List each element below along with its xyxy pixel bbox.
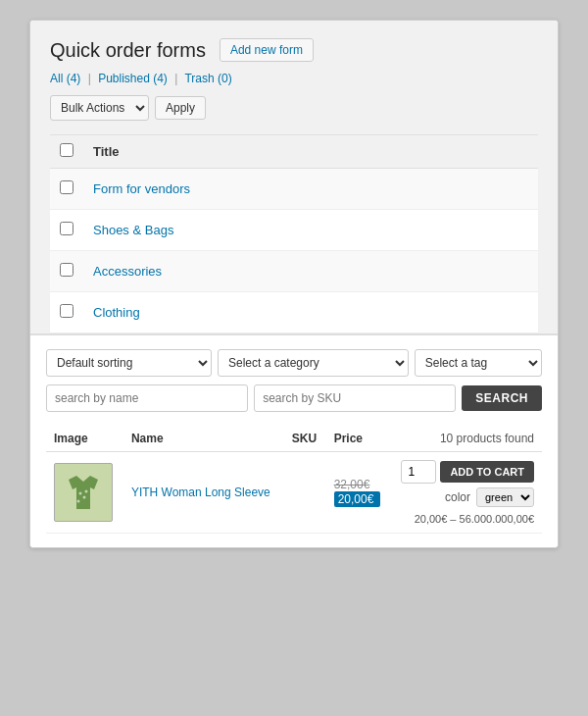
products-table: Image Name SKU Price 10 products found xyxy=(46,426,542,534)
search-row: SEARCH xyxy=(46,384,542,412)
search-sku-input[interactable] xyxy=(254,384,456,412)
svg-point-3 xyxy=(83,496,86,499)
product-name-link[interactable]: YITH Woman Long Sleeve xyxy=(131,486,270,499)
color-row: color greenbluered xyxy=(445,487,534,507)
sorting-select[interactable]: Default sorting xyxy=(46,349,212,377)
product-image-cell xyxy=(46,452,123,534)
search-button[interactable]: SEARCH xyxy=(462,385,542,411)
form-name-link[interactable]: Clothing xyxy=(93,305,140,320)
table-row: Form for vendors xyxy=(50,169,538,210)
add-to-cart-button[interactable]: ADD TO CART xyxy=(440,461,534,483)
row-checkbox[interactable] xyxy=(60,222,74,235)
select-all-checkbox[interactable] xyxy=(60,143,74,157)
row-checkbox[interactable] xyxy=(60,263,74,277)
svg-point-5 xyxy=(85,490,88,493)
filter-all: All (4) xyxy=(50,72,84,85)
price-range: 20,00€ – 56.000.000,00€ xyxy=(415,513,534,525)
main-card: Quick order forms Add new form All (4) |… xyxy=(29,20,559,548)
row-checkbox[interactable] xyxy=(60,304,74,318)
quantity-input[interactable] xyxy=(401,460,436,484)
top-header: Quick order forms Add new form xyxy=(50,38,538,62)
col-image: Image xyxy=(46,426,123,452)
product-price-cell: 32,00€ 20,00€ xyxy=(326,452,388,534)
color-select[interactable]: greenbluered xyxy=(476,487,534,507)
forms-table: Title Form for vendors Shoes & Bags Acce… xyxy=(50,134,538,333)
form-name-link[interactable]: Form for vendors xyxy=(93,181,190,196)
category-select[interactable]: Select a category xyxy=(218,349,409,377)
bulk-bar: Bulk Actions Apply xyxy=(50,95,538,121)
product-row: YITH Woman Long Sleeve 32,00€ 20,00€ ADD… xyxy=(46,452,542,534)
product-image-svg xyxy=(59,468,108,517)
col-name: Name xyxy=(123,426,284,452)
filter-trash-link[interactable]: Trash (0) xyxy=(184,72,231,85)
col-sku: SKU xyxy=(284,426,326,452)
filter-all-link[interactable]: All (4) xyxy=(50,72,80,85)
row-checkbox-cell xyxy=(50,210,83,251)
svg-point-2 xyxy=(79,492,82,495)
tag-select[interactable]: Select a tag xyxy=(415,349,542,377)
color-label: color xyxy=(445,490,470,504)
filter-links: All (4) | Published (4) | Trash (0) xyxy=(50,72,538,85)
table-row: Shoes & Bags xyxy=(50,210,538,251)
table-row: Accessories xyxy=(50,251,538,292)
form-name-link[interactable]: Accessories xyxy=(93,264,162,279)
cart-controls: ADD TO CART color greenbluered 20,00€ – … xyxy=(396,460,534,525)
filter-published: Published (4) xyxy=(98,72,171,85)
form-name-cell: Form for vendors xyxy=(83,169,538,210)
price-old: 32,00€ xyxy=(334,478,380,491)
search-name-input[interactable] xyxy=(46,384,248,412)
form-name-cell: Clothing xyxy=(83,292,538,333)
row-checkbox-cell xyxy=(50,251,83,292)
col-price: Price xyxy=(326,426,388,452)
product-name-cell: YITH Woman Long Sleeve xyxy=(123,452,284,534)
product-sku-cell xyxy=(284,452,326,534)
form-name-cell: Shoes & Bags xyxy=(83,210,538,251)
row-checkbox-cell xyxy=(50,292,83,333)
row-checkbox[interactable] xyxy=(60,180,74,194)
add-new-button[interactable]: Add new form xyxy=(220,38,314,62)
svg-point-4 xyxy=(77,500,80,503)
form-name-cell: Accessories xyxy=(83,251,538,292)
page-title: Quick order forms xyxy=(50,39,206,62)
table-header-title: Title xyxy=(83,135,538,169)
top-panel: Quick order forms Add new form All (4) |… xyxy=(30,21,558,335)
product-thumbnail xyxy=(54,463,113,522)
product-cart-cell: ADD TO CART color greenbluered 20,00€ – … xyxy=(388,452,542,534)
apply-button[interactable]: Apply xyxy=(155,96,206,120)
price-new: 20,00€ xyxy=(334,491,380,507)
filter-trash: Trash (0) xyxy=(184,72,231,85)
bulk-actions-select[interactable]: Bulk Actions xyxy=(50,95,149,121)
table-row: Clothing xyxy=(50,292,538,333)
form-name-link[interactable]: Shoes & Bags xyxy=(93,223,173,237)
filter-published-link[interactable]: Published (4) xyxy=(98,72,168,85)
bottom-panel: Default sorting Select a category Select… xyxy=(30,335,558,547)
table-header-checkbox xyxy=(50,135,83,169)
add-cart-row: ADD TO CART xyxy=(401,460,534,484)
row-checkbox-cell xyxy=(50,169,83,210)
found-count: 10 products found xyxy=(388,426,542,452)
filter-dropdowns-row: Default sorting Select a category Select… xyxy=(46,349,542,377)
